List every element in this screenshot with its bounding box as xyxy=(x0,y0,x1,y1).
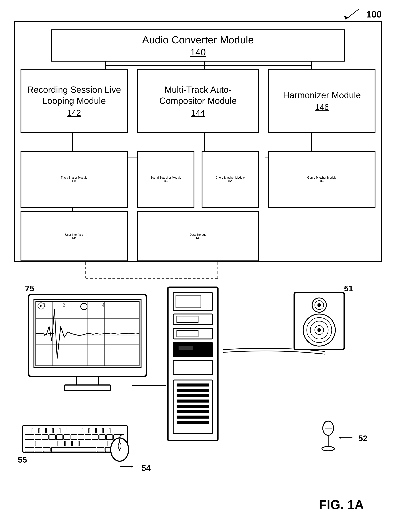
svg-point-73 xyxy=(322,446,334,451)
server-tower-svg xyxy=(163,284,223,444)
chord-matcher-title: Chord Matcher Module xyxy=(216,176,245,179)
recording-session-ref: 142 xyxy=(67,108,81,118)
svg-rect-113 xyxy=(25,447,34,452)
svg-rect-96 xyxy=(85,435,91,440)
sound-searcher-box: Sound Searcher Module 150 xyxy=(137,151,194,208)
svg-rect-115 xyxy=(43,447,50,452)
data-storage-ref: 132 xyxy=(196,236,200,240)
harmonizer-box: Harmonizer Module 146 xyxy=(268,69,375,133)
svg-rect-50 xyxy=(177,383,209,386)
svg-rect-75 xyxy=(25,428,31,433)
chord-matcher-ref: 154 xyxy=(228,179,233,183)
ref-54-label: 54 xyxy=(118,462,151,473)
harmonizer-title: Harmonizer Module xyxy=(283,90,361,101)
svg-rect-105 xyxy=(58,441,64,446)
svg-rect-37 xyxy=(77,377,98,385)
svg-point-34 xyxy=(81,303,87,310)
mouse-svg xyxy=(109,434,130,462)
svg-rect-86 xyxy=(104,428,110,433)
svg-rect-52 xyxy=(177,394,209,397)
svg-rect-109 xyxy=(87,441,93,446)
svg-rect-47 xyxy=(179,346,193,350)
svg-line-0 xyxy=(347,9,359,19)
svg-rect-82 xyxy=(75,428,81,433)
sound-searcher-title: Sound Searcher Module xyxy=(151,176,181,179)
svg-rect-80 xyxy=(61,428,67,433)
sound-searcher-ref: 150 xyxy=(163,179,168,183)
svg-rect-92 xyxy=(56,435,63,440)
svg-rect-91 xyxy=(49,435,56,440)
svg-rect-106 xyxy=(65,441,72,446)
left-stack: Track Sharer Module 148 User Interface 1… xyxy=(21,151,128,261)
svg-marker-121 xyxy=(131,465,133,468)
ref-52-arrow xyxy=(338,434,356,441)
svg-text:2: 2 xyxy=(63,302,65,308)
svg-rect-103 xyxy=(44,441,50,446)
svg-rect-48 xyxy=(173,360,212,375)
svg-rect-57 xyxy=(177,421,209,424)
speaker-svg xyxy=(292,291,346,351)
modules-row-2: Track Sharer Module 148 User Interface 1… xyxy=(21,151,375,261)
svg-rect-90 xyxy=(42,435,48,440)
svg-rect-77 xyxy=(39,428,46,433)
svg-rect-81 xyxy=(68,428,74,433)
svg-rect-111 xyxy=(101,441,107,446)
user-interface-title: User Interface xyxy=(65,233,83,236)
computer-monitor-svg: 1 2 3 4 xyxy=(25,291,150,398)
svg-marker-68 xyxy=(339,437,341,439)
svg-rect-89 xyxy=(35,435,41,440)
svg-rect-114 xyxy=(35,447,42,452)
svg-rect-43 xyxy=(177,316,198,323)
svg-rect-101 xyxy=(25,441,36,446)
multi-track-ref: 144 xyxy=(191,108,205,118)
user-interface-ref: 134 xyxy=(72,236,77,240)
svg-rect-41 xyxy=(176,295,201,308)
audio-converter-ref: 140 xyxy=(190,47,206,57)
diagram-area: Audio Converter Module 140 Recording Ses… xyxy=(14,21,382,262)
svg-rect-87 xyxy=(111,428,124,433)
svg-rect-116 xyxy=(52,447,96,452)
svg-rect-117 xyxy=(97,447,104,452)
genre-matcher-title: Genre Matcher Module xyxy=(307,176,337,179)
svg-rect-78 xyxy=(47,428,53,433)
ref-arrow-100 xyxy=(341,7,363,21)
svg-rect-76 xyxy=(32,428,38,433)
genre-matcher-inner: Genre Matcher Module 152 xyxy=(268,151,375,208)
genre-matcher-box: Genre Matcher Module 152 xyxy=(268,151,375,261)
recording-session-title: Recording Session Live Looping Module xyxy=(25,84,123,107)
svg-rect-97 xyxy=(92,435,98,440)
svg-rect-56 xyxy=(177,416,209,418)
harmonizer-ref: 146 xyxy=(315,102,329,112)
user-interface-box: User Interface 134 xyxy=(21,212,128,261)
svg-rect-104 xyxy=(51,441,57,446)
svg-rect-95 xyxy=(78,435,84,440)
multi-track-title: Multi-Track Auto-Compositor Module xyxy=(142,84,254,107)
track-sharer-ref: 148 xyxy=(72,179,77,183)
middle-row: Sound Searcher Module 150 Chord Matcher … xyxy=(137,151,259,208)
microphone-svg xyxy=(319,419,337,455)
svg-rect-85 xyxy=(96,428,103,433)
svg-rect-38 xyxy=(64,385,111,390)
svg-rect-45 xyxy=(177,330,198,337)
track-sharer-title: Track Sharer Module xyxy=(61,176,87,179)
svg-rect-102 xyxy=(37,441,43,446)
svg-rect-83 xyxy=(82,428,88,433)
svg-rect-88 xyxy=(25,435,34,440)
svg-point-124 xyxy=(118,443,121,449)
genre-matcher-ref: 152 xyxy=(320,179,324,183)
svg-rect-98 xyxy=(99,435,105,440)
svg-rect-93 xyxy=(64,435,70,440)
svg-point-61 xyxy=(317,303,321,307)
data-storage-title: Data Storage xyxy=(190,233,206,236)
svg-rect-108 xyxy=(80,441,86,446)
audio-converter-box: Audio Converter Module 140 xyxy=(51,29,345,62)
middle-stack: Sound Searcher Module 150 Chord Matcher … xyxy=(137,151,259,261)
page-container: 100 Au xyxy=(0,0,396,532)
svg-rect-54 xyxy=(177,405,209,408)
svg-point-66 xyxy=(317,328,321,332)
audio-converter-title: Audio Converter Module xyxy=(142,34,254,46)
chord-matcher-box: Chord Matcher Module 154 xyxy=(202,151,259,208)
data-storage-box: Data Storage 132 xyxy=(137,212,259,261)
svg-text:4: 4 xyxy=(102,302,105,308)
ref-55-label: 55 xyxy=(18,455,27,464)
